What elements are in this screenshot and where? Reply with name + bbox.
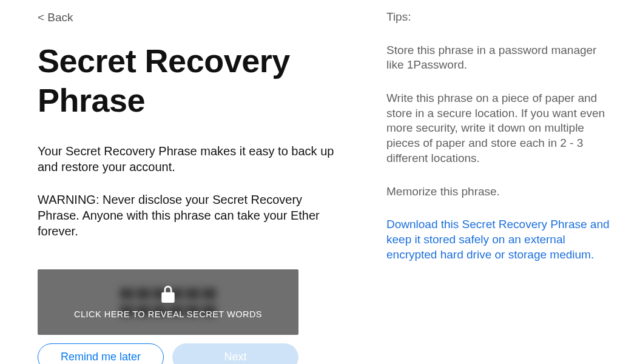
page-title: Secret Recovery Phrase [38,41,338,120]
tip-item: Write this phrase on a piece of paper an… [386,91,611,166]
next-button: Next [172,343,298,364]
description-text: Your Secret Recovery Phrase makes it eas… [38,143,338,175]
tip-item: Memorize this phrase. [386,184,611,200]
lock-icon [160,285,176,303]
reveal-label: CLICK HERE TO REVEAL SECRET WORDS [74,309,262,319]
download-phrase-link[interactable]: Download this Secret Recovery Phrase and… [386,217,611,262]
warning-text: WARNING: Never disclose your Secret Reco… [38,192,338,239]
tips-heading: Tips: [386,10,611,25]
back-link[interactable]: < Back [38,11,73,24]
reveal-secret-box[interactable]: ██ ██ ██ ██ ██ ██ ██ ██ ██ ██ ██ ██ CLIC… [38,269,298,335]
remind-later-button[interactable]: Remind me later [38,343,164,364]
tip-item: Store this phrase in a password manager … [386,43,611,73]
